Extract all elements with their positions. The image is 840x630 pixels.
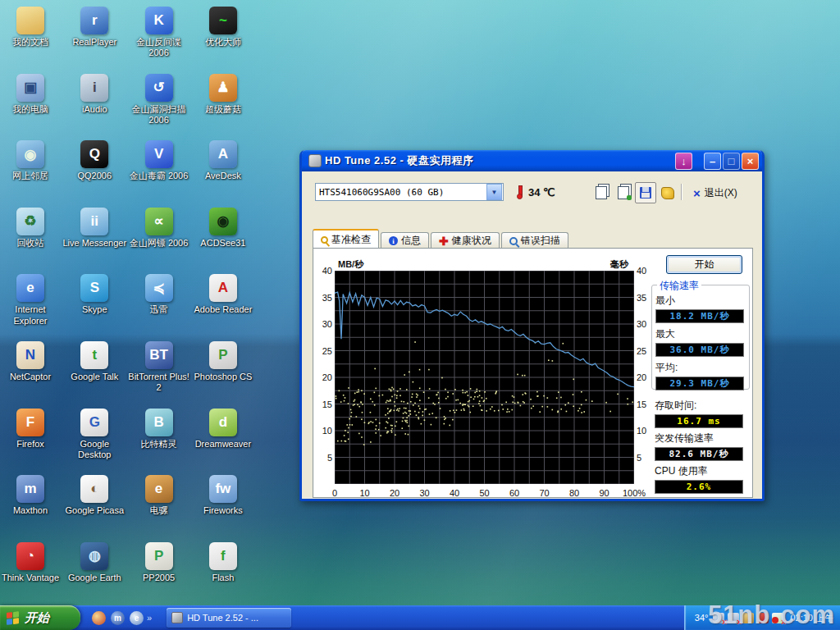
icon-adobe-reader[interactable]: AAdobe Reader xyxy=(191,274,255,315)
icon-avedesk[interactable]: AAveDesk xyxy=(191,140,255,181)
icon-pp2005[interactable]: PPP2005 xyxy=(127,542,191,583)
quick-launch-chevron[interactable]: » xyxy=(147,613,152,623)
hdtune-app-icon xyxy=(308,154,322,167)
icon-network-places-image: ◉ xyxy=(16,140,44,168)
taskbar-button-label: HD Tune 2.52 - ... xyxy=(187,613,258,623)
y-left-tick: 10 xyxy=(314,426,332,436)
icon-youhua-dashi-label: 优化大师 xyxy=(191,37,255,48)
icon-internet-explorer-label: Internet Explorer xyxy=(0,304,62,326)
y-left-tick: 40 xyxy=(314,266,332,276)
tab-benchmark[interactable]: 基准检查 xyxy=(313,229,379,249)
icon-kingsoft-antispy[interactable]: K金山反间谍 2006 xyxy=(127,7,191,58)
max-label: 最大 xyxy=(655,327,749,341)
quick-launch-bar: me xyxy=(92,611,144,625)
icon-fireworks-label: Fireworks xyxy=(191,505,255,516)
min-label: 最小 xyxy=(655,294,749,308)
icon-super-mushroom-image: ♟ xyxy=(209,74,237,102)
start-benchmark-button[interactable]: 开始 xyxy=(666,255,742,274)
icon-thunder[interactable]: ≼迅雷 xyxy=(127,274,191,315)
chevron-down-icon[interactable]: ▼ xyxy=(486,184,502,200)
icon-my-documents[interactable]: 我的文档 xyxy=(0,7,62,48)
tab-error-scan[interactable]: 错误扫描 xyxy=(501,232,568,249)
icon-google-earth[interactable]: ◍Google Earth xyxy=(62,542,126,583)
drive-temperature: 34 ℃ xyxy=(528,186,555,199)
key-icon xyxy=(321,236,328,244)
minimize-button[interactable]: – xyxy=(704,153,721,170)
download-overlay-button[interactable]: ↓ xyxy=(675,153,692,170)
quicklaunch-maxthon-icon[interactable]: m xyxy=(111,611,125,625)
icon-iaudio[interactable]: iiAudio xyxy=(62,74,126,115)
quicklaunch-ie-icon[interactable]: e xyxy=(130,611,144,625)
icon-flash[interactable]: fFlash xyxy=(191,542,255,583)
icon-google-talk-image: t xyxy=(80,341,108,369)
tab-health[interactable]: ✚ 健康状况 xyxy=(431,232,500,249)
icon-my-computer-label: 我的电脑 xyxy=(0,104,62,115)
icon-my-computer[interactable]: ▣我的电脑 xyxy=(0,74,62,115)
icon-fireworks-image: fw xyxy=(209,475,237,503)
icon-kingsoft-antivirus[interactable]: V金山毒霸 2006 xyxy=(127,140,191,181)
windows-flag-icon xyxy=(7,611,20,625)
icon-netcaptor-image: N xyxy=(16,341,44,369)
tab-info[interactable]: i 信息 xyxy=(381,232,429,249)
icon-skype[interactable]: SSkype xyxy=(62,274,126,315)
icon-kingsoft-antispy-image: K xyxy=(145,7,173,34)
x-tick: 70 xyxy=(531,488,559,498)
access-time-value: 16.7 ms xyxy=(655,414,743,428)
icon-adobe-reader-label: Adobe Reader xyxy=(191,304,255,315)
icon-photoshop-cs[interactable]: PPhotoshop CS xyxy=(191,341,255,382)
icon-youhua-dashi[interactable]: ~优化大师 xyxy=(191,7,255,48)
exit-button[interactable]: × 退出(X) xyxy=(687,182,743,203)
icon-google-talk[interactable]: tGoogle Talk xyxy=(62,341,126,382)
tab-benchmark-label: 基准检查 xyxy=(331,233,371,247)
icon-thunder-image: ≼ xyxy=(145,274,173,302)
icon-internet-explorer[interactable]: eInternet Explorer xyxy=(0,274,62,326)
titlebar[interactable]: HD Tune 2.52 - 硬盘实用程序 ↓ – □ × xyxy=(302,150,762,171)
icon-qq2006[interactable]: QQQ2006 xyxy=(62,140,126,181)
icon-firefox-image: F xyxy=(16,409,44,436)
icon-netcaptor[interactable]: NNetCaptor xyxy=(0,341,62,382)
icon-dreamweaver[interactable]: dDreamweaver xyxy=(191,409,255,450)
quicklaunch-browser-icon[interactable] xyxy=(92,611,106,625)
thermometer-icon xyxy=(517,185,523,199)
icon-live-messenger[interactable]: iiLive Messenger xyxy=(62,208,126,249)
icon-kingsoft-scan[interactable]: ↺金山漏洞扫描 2006 xyxy=(127,74,191,126)
icon-google-desktop[interactable]: GGoogle Desktop xyxy=(62,409,126,460)
tab-info-label: 信息 xyxy=(401,234,421,248)
start-button[interactable]: 开始 xyxy=(0,605,80,630)
icon-bitspirit-label: 比特精灵 xyxy=(127,439,191,450)
options-button[interactable] xyxy=(657,182,678,203)
icon-super-mushroom-label: 超级蘑菇 xyxy=(191,104,255,115)
copy-text-button[interactable] xyxy=(591,182,612,203)
hdtune-window: HD Tune 2.52 - 硬盘实用程序 ↓ – □ × HTS541060G… xyxy=(299,150,765,501)
copy-image-icon xyxy=(618,186,629,199)
icon-firefox[interactable]: FFirefox xyxy=(0,409,62,450)
maximize-button[interactable]: □ xyxy=(723,153,740,170)
icon-think-vantage-image: ◔ xyxy=(16,542,44,570)
benchmark-chart xyxy=(335,271,634,484)
icon-think-vantage[interactable]: ◔Think Vantage xyxy=(0,542,62,583)
icon-maxthon[interactable]: mMaxthon xyxy=(0,475,62,516)
tray-temperature: 34° xyxy=(695,613,709,623)
icon-google-picasa[interactable]: ◐Google Picasa xyxy=(62,475,126,516)
icon-bitspirit[interactable]: B比特精灵 xyxy=(127,409,191,450)
copy-image-button[interactable] xyxy=(613,182,634,203)
taskbar-button-hdtune[interactable]: HD Tune 2.52 - ... xyxy=(167,608,291,628)
y-left-tick: 30 xyxy=(314,319,332,329)
icon-bittorrent-plus[interactable]: BTBitTorrent Plus! 2 xyxy=(127,341,191,393)
hdtune-task-icon xyxy=(171,612,183,623)
options-icon xyxy=(661,187,674,199)
icon-realplayer[interactable]: rRealPlayer xyxy=(62,7,126,48)
icon-recycle-bin[interactable]: ♻回收站 xyxy=(0,208,62,249)
icon-emule[interactable]: e电骡 xyxy=(127,475,191,516)
icon-super-mushroom[interactable]: ♟超级蘑菇 xyxy=(191,74,255,115)
transfer-rate-group-title: 传输速率 xyxy=(657,279,701,293)
icon-acdsee31[interactable]: ◉ACDSee31 xyxy=(191,208,255,249)
close-button[interactable]: × xyxy=(742,153,759,170)
icon-fireworks[interactable]: fwFireworks xyxy=(191,475,255,516)
icon-google-desktop-image: G xyxy=(80,409,108,436)
save-screenshot-button[interactable] xyxy=(635,182,656,203)
icon-network-places[interactable]: ◉网上邻居 xyxy=(0,140,62,181)
icon-kingsoft-firewall[interactable]: ∝金山网镖 2006 xyxy=(127,208,191,249)
drive-select[interactable]: HTS541060G9SA00 (60 GB) ▼ xyxy=(315,183,504,201)
y-left-tick: 25 xyxy=(314,346,332,356)
